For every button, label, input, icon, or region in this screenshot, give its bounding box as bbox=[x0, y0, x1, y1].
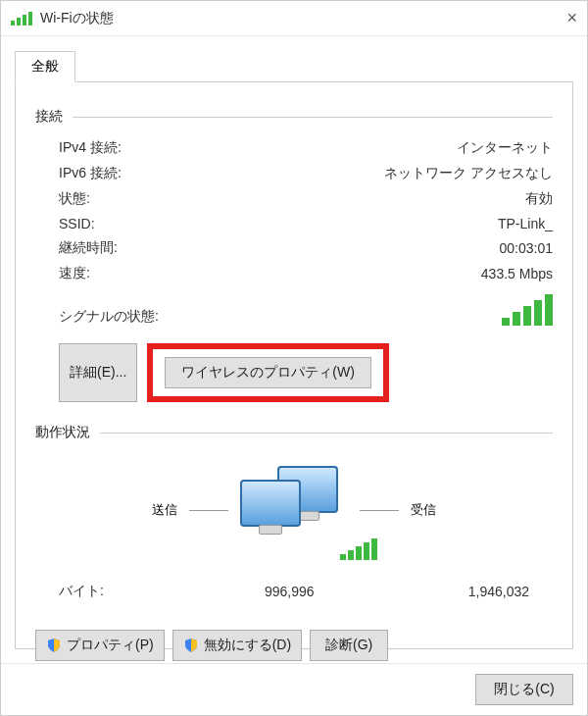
row-ipv6: IPv6 接続: ネットワーク アクセスなし bbox=[35, 161, 553, 186]
content-area: 全般 接続 IPv4 接続: インターネット IPv6 接続: ネットワーク ア… bbox=[1, 36, 587, 663]
dialog-footer: 閉じる(C) bbox=[1, 663, 587, 715]
status-label: 状態: bbox=[59, 190, 255, 208]
properties-label: プロパティ(P) bbox=[67, 637, 154, 654]
row-ipv4: IPv4 接続: インターネット bbox=[35, 135, 553, 161]
titlebar: Wi-Fiの状態 × bbox=[1, 1, 587, 36]
highlight-annotation: ワイヤレスのプロパティ(W) bbox=[147, 343, 389, 402]
section-connection-label: 接続 bbox=[35, 108, 63, 126]
ipv4-value: インターネット bbox=[255, 139, 553, 157]
sent-label: 送信 bbox=[152, 501, 177, 519]
disable-label: 無効にする(D) bbox=[204, 637, 291, 654]
row-signal: シグナルの状態: bbox=[35, 286, 553, 332]
shield-icon bbox=[46, 638, 62, 653]
tabbar: 全般 bbox=[15, 50, 573, 82]
details-button[interactable]: 詳細(E)... bbox=[59, 343, 137, 402]
row-bytes: バイト: 996,996 1,946,032 bbox=[35, 579, 553, 604]
wireless-properties-button[interactable]: ワイヤレスのプロパティ(W) bbox=[165, 357, 371, 388]
properties-button[interactable]: プロパティ(P) bbox=[35, 630, 165, 661]
signal-bars-small-icon bbox=[340, 538, 377, 560]
speed-label: 速度: bbox=[59, 265, 255, 282]
tab-general[interactable]: 全般 bbox=[15, 51, 75, 82]
section-connection: 接続 bbox=[35, 108, 553, 126]
ipv4-label: IPv4 接続: bbox=[59, 139, 255, 157]
bytes-label: バイト: bbox=[59, 583, 206, 600]
ipv6-value: ネットワーク アクセスなし bbox=[255, 165, 553, 182]
close-button[interactable]: 閉じる(C) bbox=[475, 674, 573, 705]
divider bbox=[73, 117, 553, 118]
bytes-recv-value: 1,946,032 bbox=[382, 584, 529, 599]
close-icon[interactable]: × bbox=[546, 8, 577, 28]
ssid-value: TP-Link_ bbox=[255, 216, 553, 231]
shield-icon bbox=[183, 638, 199, 653]
ipv6-label: IPv6 接続: bbox=[59, 165, 255, 182]
divider bbox=[360, 510, 399, 511]
action-buttons: プロパティ(P) 無効にする(D) 診断(G) bbox=[35, 624, 553, 667]
divider bbox=[189, 510, 228, 511]
row-ssid: SSID: TP-Link_ bbox=[35, 212, 553, 235]
section-activity: 動作状況 bbox=[35, 424, 553, 441]
status-value: 有効 bbox=[255, 190, 553, 208]
section-activity-label: 動作状況 bbox=[35, 424, 90, 441]
duration-label: 継続時間: bbox=[59, 239, 255, 257]
disable-button[interactable]: 無効にする(D) bbox=[172, 630, 302, 661]
divider bbox=[100, 433, 553, 434]
bytes-sent-value: 996,996 bbox=[206, 584, 382, 599]
activity-area: 送信 受信 bbox=[35, 451, 553, 569]
row-speed: 速度: 433.5 Mbps bbox=[35, 261, 553, 286]
network-activity-icon bbox=[240, 466, 348, 554]
row-status: 状態: 有効 bbox=[35, 186, 553, 212]
speed-value: 433.5 Mbps bbox=[255, 266, 553, 281]
ssid-label: SSID: bbox=[59, 216, 255, 231]
row-duration: 継続時間: 00:03:01 bbox=[35, 235, 553, 261]
signal-label: シグナルの状態: bbox=[59, 308, 255, 326]
received-label: 受信 bbox=[411, 501, 436, 519]
signal-strength-icon bbox=[502, 294, 553, 326]
window-title: Wi-Fiの状態 bbox=[40, 10, 546, 27]
diagnose-button[interactable]: 診断(G) bbox=[310, 630, 388, 661]
wifi-status-window: Wi-Fiの状態 × 全般 接続 IPv4 接続: インターネット IPv6 接… bbox=[0, 0, 588, 716]
wifi-signal-icon bbox=[11, 12, 32, 26]
panel-general: 接続 IPv4 接続: インターネット IPv6 接続: ネットワーク アクセス… bbox=[15, 82, 573, 649]
duration-value: 00:03:01 bbox=[255, 240, 553, 256]
connection-buttons: 詳細(E)... ワイヤレスのプロパティ(W) bbox=[35, 337, 553, 408]
